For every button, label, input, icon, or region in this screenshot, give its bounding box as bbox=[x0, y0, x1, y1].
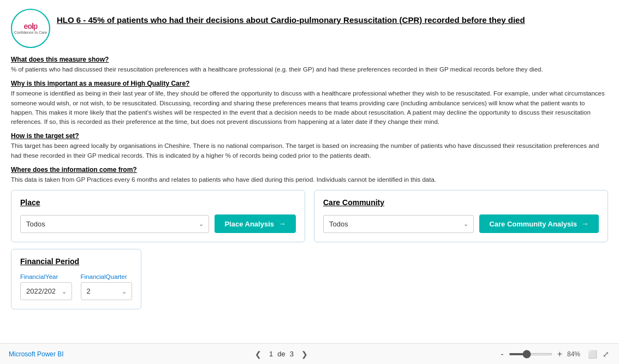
header-row: eolp Confidence to Care HLO 6 - 45% of p… bbox=[11, 9, 608, 48]
section-source-text: This data is taken from GP Practices eve… bbox=[11, 175, 608, 184]
pagination-next-button[interactable]: ❯ bbox=[298, 349, 311, 360]
pagination-separator: de bbox=[277, 350, 285, 358]
place-card-controls: Todos ⌄ Place Analysis → bbox=[20, 214, 296, 233]
financial-quarter-col: FinancialQuarter 2 ⌄ bbox=[81, 273, 133, 300]
zoom-percent: 84% bbox=[567, 350, 584, 358]
fit-page-button[interactable]: ⬜ bbox=[587, 349, 598, 360]
financial-quarter-dropdown-wrapper[interactable]: 2 ⌄ bbox=[81, 282, 133, 300]
zoom-plus-button[interactable]: + bbox=[556, 349, 564, 359]
place-analysis-button[interactable]: Place Analysis → bbox=[215, 214, 296, 233]
care-card-title: Care Community bbox=[323, 198, 599, 207]
care-card: Care Community Todos ⌄ Care Community An… bbox=[314, 190, 608, 242]
logo: eolp Confidence to Care bbox=[11, 9, 50, 48]
place-card: Place Todos ⌄ Place Analysis → bbox=[11, 190, 305, 242]
financial-quarter-dropdown[interactable]: 2 bbox=[81, 282, 133, 300]
financial-year-dropdown[interactable]: 2022/2023 bbox=[20, 282, 72, 300]
section-why-text: If someone is identified as being in the… bbox=[11, 89, 608, 127]
financial-quarter-label: FinancialQuarter bbox=[81, 273, 133, 280]
zoom-slider[interactable] bbox=[509, 353, 552, 355]
pagination-prev-button[interactable]: ❮ bbox=[252, 349, 265, 360]
page-title: HLO 6 - 45% of patients who had their de… bbox=[57, 14, 525, 26]
section-what-label: What does this measure show? bbox=[11, 56, 608, 63]
section-what-text: % of patients who had discussed their re… bbox=[11, 65, 608, 74]
section-why-label: Why is this important as a measure of Hi… bbox=[11, 80, 608, 87]
care-analysis-button[interactable]: Care Community Analysis → bbox=[479, 214, 599, 233]
fullscreen-button[interactable]: ⤢ bbox=[602, 349, 610, 360]
cards-row-1: Place Todos ⌄ Place Analysis → Care Comm… bbox=[11, 190, 608, 242]
pagination: ❮ 1 de 3 ❯ bbox=[252, 349, 311, 360]
main-content: eolp Confidence to Care HLO 6 - 45% of p… bbox=[0, 0, 619, 343]
financial-year-dropdown-wrapper[interactable]: 2022/2023 ⌄ bbox=[20, 282, 72, 300]
zoom-controls: - + 84% ⬜ ⤢ bbox=[499, 349, 610, 360]
financial-row: FinancialYear 2022/2023 ⌄ FinancialQuart… bbox=[20, 273, 132, 300]
place-analysis-arrow-icon: → bbox=[278, 219, 286, 228]
pagination-current: 1 bbox=[269, 350, 273, 358]
zoom-minus-button[interactable]: - bbox=[499, 349, 505, 359]
care-dropdown-wrapper[interactable]: Todos ⌄ bbox=[323, 215, 474, 233]
care-analysis-arrow-icon: → bbox=[581, 219, 589, 228]
place-card-title: Place bbox=[20, 198, 296, 207]
power-bi-link[interactable]: Microsoft Power BI bbox=[9, 350, 64, 358]
place-dropdown[interactable]: Todos bbox=[20, 215, 209, 233]
financial-year-col: FinancialYear 2022/2023 ⌄ bbox=[20, 273, 72, 300]
logo-text: eolp bbox=[14, 22, 47, 31]
sections-block: What does this measure show? % of patien… bbox=[11, 56, 608, 184]
section-source-label: Where does the information come from? bbox=[11, 166, 608, 174]
care-dropdown[interactable]: Todos bbox=[323, 215, 474, 233]
section-target-label: How is the target set? bbox=[11, 132, 608, 140]
financial-card-title: Financial Period bbox=[20, 257, 132, 266]
bottom-bar: Microsoft Power BI ❮ 1 de 3 ❯ - + 84% ⬜ … bbox=[0, 343, 619, 364]
pagination-total: 3 bbox=[290, 350, 294, 358]
section-target-text: This target has been agreed locally by o… bbox=[11, 141, 608, 160]
place-analysis-button-label: Place Analysis bbox=[224, 220, 274, 228]
financial-year-label: FinancialYear bbox=[20, 273, 72, 280]
care-card-controls: Todos ⌄ Care Community Analysis → bbox=[323, 214, 599, 233]
financial-card: Financial Period FinancialYear 2022/2023… bbox=[11, 249, 141, 309]
place-dropdown-wrapper[interactable]: Todos ⌄ bbox=[20, 215, 209, 233]
logo-subtext: Confidence to Care bbox=[14, 31, 47, 35]
care-analysis-button-label: Care Community Analysis bbox=[489, 220, 577, 228]
cards-row-2: Financial Period FinancialYear 2022/2023… bbox=[11, 249, 608, 309]
